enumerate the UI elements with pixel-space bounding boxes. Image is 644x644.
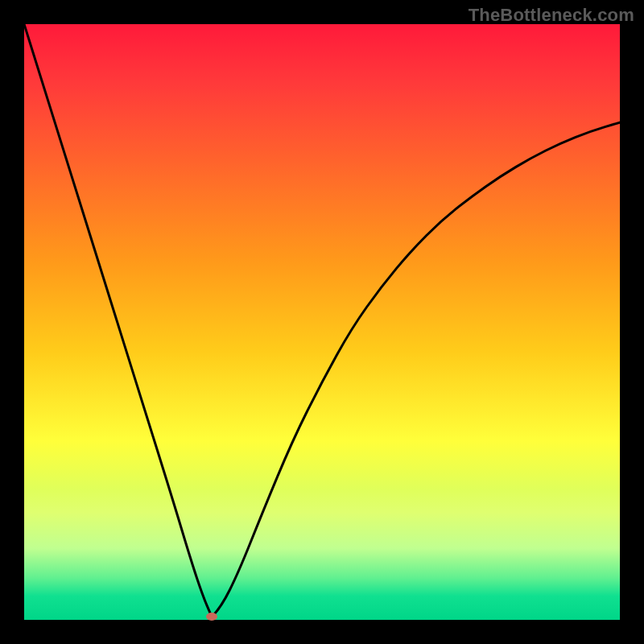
bottleneck-curve xyxy=(24,24,620,620)
min-marker xyxy=(206,613,217,621)
watermark-text: TheBottleneck.com xyxy=(469,5,634,26)
chart-container: TheBottleneck.com xyxy=(0,0,644,644)
plot-area xyxy=(24,24,620,620)
